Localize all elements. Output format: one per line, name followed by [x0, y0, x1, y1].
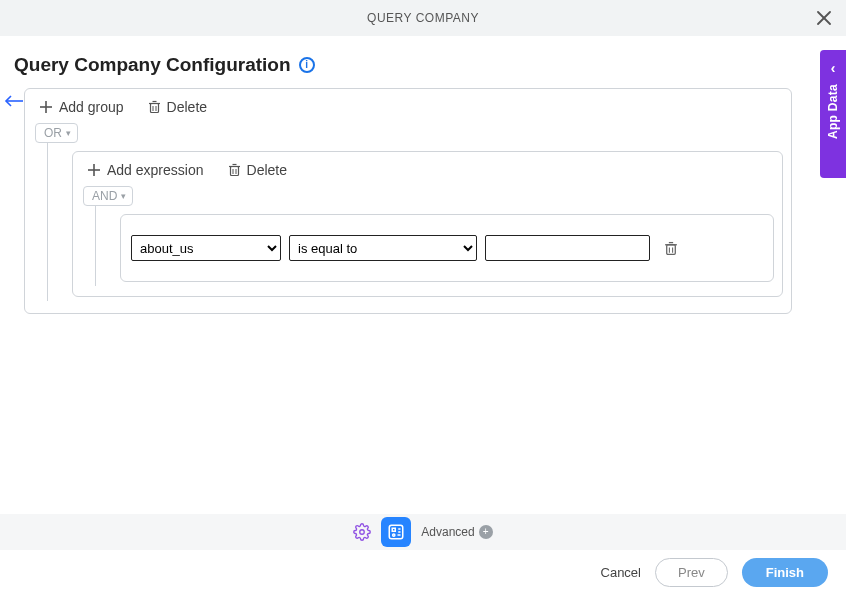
advanced-label: Advanced: [421, 525, 474, 539]
logic-label: OR: [44, 126, 62, 140]
add-expression-button[interactable]: Add expression: [87, 162, 204, 178]
tree-branch: about_us is equal to: [95, 206, 782, 286]
gear-icon[interactable]: [353, 523, 371, 541]
footer-actions: Cancel Prev Finish: [0, 550, 846, 595]
plus-icon: [87, 163, 101, 177]
modal-title: QUERY COMPANY: [367, 11, 479, 25]
svg-rect-24: [393, 528, 396, 531]
field-select[interactable]: about_us: [131, 235, 281, 261]
finish-button[interactable]: Finish: [742, 558, 828, 587]
trash-icon: [228, 163, 241, 177]
logic-label: AND: [92, 189, 117, 203]
inner-tree: about_us is equal to: [79, 206, 782, 286]
svg-rect-12: [230, 167, 238, 176]
side-tab-label: App Data: [826, 84, 840, 139]
outer-toolbar: Add group Delete: [31, 93, 791, 123]
expression-row: about_us is equal to: [120, 214, 774, 282]
delete-expression-group-label: Delete: [247, 162, 287, 178]
bottom-toolbar: Advanced +: [0, 514, 846, 550]
plus-icon: [39, 100, 53, 114]
back-arrow-icon[interactable]: [4, 95, 24, 107]
close-icon[interactable]: [814, 8, 834, 28]
modal-header: QUERY COMPANY: [0, 0, 846, 36]
delete-expression-group-button[interactable]: Delete: [228, 162, 287, 178]
cancel-button[interactable]: Cancel: [601, 565, 641, 580]
add-group-label: Add group: [59, 99, 124, 115]
prev-button[interactable]: Prev: [655, 558, 728, 587]
tree-branch: Add expression Delete AND ▾: [47, 143, 791, 301]
advanced-toggle[interactable]: Advanced +: [421, 525, 492, 539]
svg-rect-5: [150, 104, 158, 113]
chevron-left-icon: ‹: [831, 60, 836, 76]
chevron-down-icon: ▾: [66, 128, 71, 138]
inner-group-panel: Add expression Delete AND ▾: [72, 151, 783, 297]
trash-icon: [148, 100, 161, 114]
plus-circle-icon: +: [479, 525, 493, 539]
inner-toolbar: Add expression Delete: [79, 156, 782, 186]
app-data-side-tab[interactable]: ‹ App Data: [820, 50, 846, 178]
page-title: Query Company Configuration: [14, 54, 291, 76]
add-group-button[interactable]: Add group: [39, 99, 124, 115]
chevron-down-icon: ▾: [121, 191, 126, 201]
delete-group-label: Delete: [167, 99, 207, 115]
title-row: Query Company Configuration i: [0, 36, 846, 84]
add-expression-label: Add expression: [107, 162, 204, 178]
svg-point-22: [360, 530, 365, 535]
operator-select[interactable]: is equal to: [289, 235, 477, 261]
inner-logic-select[interactable]: AND ▾: [83, 186, 133, 206]
outer-tree: Add expression Delete AND ▾: [31, 143, 791, 301]
value-input[interactable]: [485, 235, 650, 261]
query-builder-panel: Add group Delete OR ▾ Add expression: [24, 88, 792, 314]
delete-expression-icon[interactable]: [664, 241, 678, 256]
info-icon[interactable]: i: [299, 57, 315, 73]
outer-logic-select[interactable]: OR ▾: [35, 123, 78, 143]
delete-group-button[interactable]: Delete: [148, 99, 207, 115]
svg-rect-17: [667, 244, 676, 254]
svg-point-27: [393, 534, 395, 536]
query-mode-icon[interactable]: [381, 517, 411, 547]
